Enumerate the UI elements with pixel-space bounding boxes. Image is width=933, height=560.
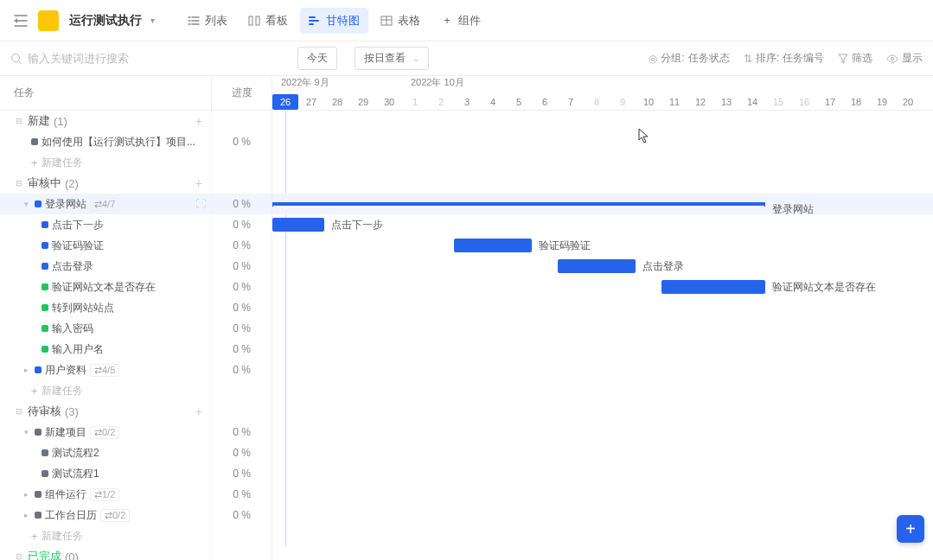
gantt-bar-login[interactable]: 登录网站 <box>272 202 765 206</box>
chevron-right-icon[interactable]: ▸ <box>21 490 31 499</box>
section-done[interactable]: ⊟ 已完成 (0) <box>0 546 272 560</box>
day-cell[interactable]: 28 <box>324 93 350 111</box>
task-row-goto-site[interactable]: 转到网站站点 0 % <box>0 297 272 318</box>
day-cell[interactable]: 11 <box>661 93 687 111</box>
section-pending[interactable]: ⊟ 待审核 (3) + <box>0 401 272 422</box>
day-cell[interactable]: 7 <box>558 93 584 111</box>
sort-label: 排序: <box>756 51 779 66</box>
day-cell[interactable]: 4 <box>480 93 506 111</box>
add-task-row[interactable]: + 新建任务 <box>0 525 272 546</box>
display-control[interactable]: 显示 <box>886 51 923 66</box>
range-select[interactable]: 按日查看 ⌄ <box>355 47 429 70</box>
gantt-bar-label: 点击下一步 <box>331 218 383 232</box>
day-cell[interactable]: 27 <box>298 93 324 111</box>
tab-add-widget-label: 组件 <box>458 13 481 29</box>
task-row-test-flow1[interactable]: 测试流程1 0 % <box>0 463 272 484</box>
status-dot <box>31 138 38 145</box>
gantt-bar-captcha[interactable]: 验证码验证 <box>454 239 532 252</box>
progress-value: 0 % <box>211 360 272 380</box>
day-cell[interactable]: 19 <box>869 93 895 111</box>
add-task-row[interactable]: + 新建任务 <box>0 152 272 173</box>
group-label: 分组: <box>661 51 684 66</box>
add-fab-button[interactable]: + <box>897 515 924 543</box>
day-cell[interactable]: 12 <box>687 93 713 111</box>
list-icon <box>188 15 200 27</box>
task-row-verify-text[interactable]: 验证网站文本是否存在 0 % <box>0 277 272 297</box>
collapse-icon[interactable]: ⊟ <box>14 552 24 560</box>
tab-list[interactable]: 列表 <box>179 8 236 34</box>
gantt-bar-click-login[interactable]: 点击登录 <box>558 259 636 273</box>
chevron-right-icon[interactable]: ▸ <box>21 366 31 374</box>
day-cell[interactable]: 8 <box>584 93 610 111</box>
section-review[interactable]: ⊟ 审核中 (2) + <box>0 173 272 194</box>
day-cell[interactable]: 30 <box>376 93 402 111</box>
task-row-calendar[interactable]: ▸ 工作台日历 ⇄0/2 0 % <box>0 505 272 525</box>
day-cell[interactable]: 5 <box>506 93 532 111</box>
collapse-icon[interactable]: ⊟ <box>14 117 24 125</box>
gantt-bar-next[interactable]: 点击下一步 <box>272 218 324 232</box>
tab-board[interactable]: 看板 <box>240 8 297 34</box>
chevron-down-icon[interactable]: ▾ <box>150 16 155 25</box>
menu-toggle-icon[interactable] <box>10 10 31 31</box>
today-button[interactable]: 今天 <box>297 47 337 70</box>
day-cell[interactable]: 3 <box>454 93 480 111</box>
day-cell[interactable]: 10 <box>636 93 661 111</box>
task-row-captcha[interactable]: 验证码验证 0 % <box>0 235 272 256</box>
day-cell[interactable]: 9 <box>610 93 636 111</box>
task-row-user-profile[interactable]: ▸ 用户资料 ⇄4/5 0 % <box>0 360 272 380</box>
tab-add-widget[interactable]: + 组件 <box>432 8 489 34</box>
day-cell[interactable]: 26 <box>272 94 298 110</box>
chevron-down-icon[interactable]: ▾ <box>21 200 31 208</box>
task-row-input-pwd[interactable]: 输入密码 0 % <box>0 318 272 339</box>
day-cell[interactable]: 6 <box>532 93 558 111</box>
progress-value: 0 % <box>211 235 272 256</box>
task-row-howto[interactable]: 如何使用【运行测试执行】项目... 0 % <box>0 131 272 152</box>
tab-gantt[interactable]: 甘特图 <box>300 8 368 34</box>
status-dot <box>35 491 42 498</box>
day-cell[interactable]: 29 <box>350 93 376 111</box>
expand-icon[interactable]: ⛶ <box>195 198 206 210</box>
plus-icon: + <box>441 15 453 27</box>
day-cell[interactable]: 14 <box>739 93 765 111</box>
column-progress: 进度 <box>211 76 272 110</box>
day-cell[interactable]: 16 <box>791 93 817 111</box>
plus-icon[interactable]: + <box>195 404 202 418</box>
section-new[interactable]: ⊟ 新建 (1) + <box>0 111 272 131</box>
collapse-icon[interactable]: ⊟ <box>14 179 24 188</box>
task-row-input-user[interactable]: 输入用户名 0 % <box>0 339 272 360</box>
task-row-new-project[interactable]: ▾ 新建项目 ⇄0/2 0 % <box>0 422 272 442</box>
task-row-next[interactable]: 点击下一步 0 % <box>0 214 272 235</box>
task-row-login[interactable]: ▾ 登录网站 ⇄4/7 ⛶ 0 % <box>0 194 272 214</box>
gantt-bar-verify-text[interactable]: 验证网站文本是否存在 <box>661 280 765 294</box>
chevron-down-icon[interactable]: ▾ <box>21 428 31 436</box>
day-cell[interactable]: 1 <box>402 93 428 111</box>
progress-value: 0 % <box>211 318 272 339</box>
day-cell[interactable]: 17 <box>817 93 843 111</box>
task-row-widget-run[interactable]: ▸ 组件运行 ⇄1/2 0 % <box>0 484 272 505</box>
status-dot <box>42 242 48 249</box>
chevron-right-icon[interactable]: ▸ <box>21 511 31 519</box>
day-cell[interactable]: 18 <box>843 93 869 111</box>
day-cell[interactable]: 15 <box>765 93 791 111</box>
svg-rect-1 <box>256 16 259 25</box>
collapse-icon[interactable]: ⊟ <box>14 407 24 416</box>
add-task-row[interactable]: + 新建任务 <box>0 380 272 401</box>
search-input[interactable] <box>28 52 201 65</box>
day-cell[interactable]: 13 <box>713 93 739 111</box>
day-cell[interactable]: 20 <box>895 93 921 111</box>
month-label: 2022年 9月 <box>281 76 329 89</box>
task-row-test-flow2[interactable]: 测试流程2 0 % <box>0 442 272 463</box>
sort-control[interactable]: ⇅ 排序: 任务编号 <box>744 51 824 66</box>
status-dot <box>35 512 42 519</box>
plus-icon[interactable]: + <box>195 114 202 128</box>
tab-board-label: 看板 <box>265 13 288 29</box>
project-name[interactable]: 运行测试执行 <box>69 13 142 29</box>
day-cell[interactable]: 2 <box>428 93 454 111</box>
progress-value: 0 % <box>211 463 272 484</box>
task-row-click-login[interactable]: 点击登录 0 % <box>0 256 272 277</box>
group-value: 任务状态 <box>688 51 730 66</box>
group-control[interactable]: ◎ 分组: 任务状态 <box>649 51 729 66</box>
plus-icon[interactable]: + <box>195 176 202 190</box>
tab-table[interactable]: 表格 <box>372 8 429 34</box>
filter-control[interactable]: 筛选 <box>838 51 872 66</box>
